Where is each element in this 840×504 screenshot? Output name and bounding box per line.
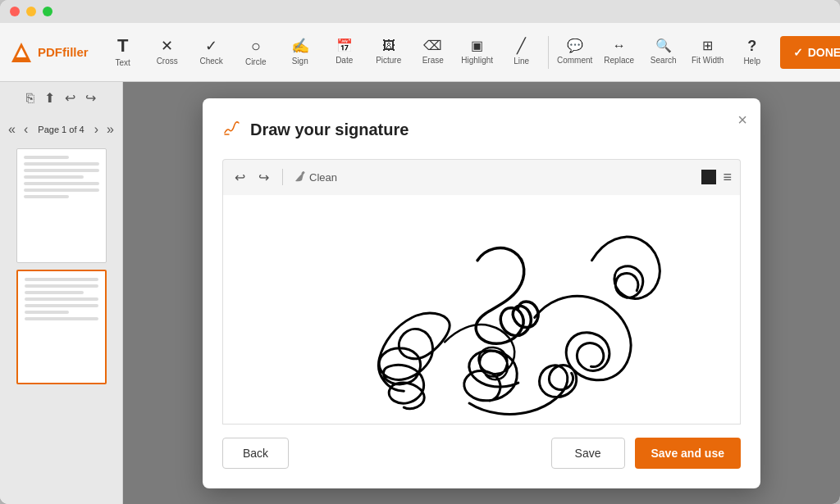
modal-overlay: Draw your signature × ↩ ↪ xyxy=(123,82,840,504)
tool-fit-width[interactable]: ⊞ Fit Width xyxy=(687,30,729,75)
modal-header: Draw your signature xyxy=(222,118,741,143)
close-window-btn[interactable] xyxy=(10,7,20,16)
text-label: Text xyxy=(116,58,130,67)
page-indicator: Page 1 of 4 xyxy=(34,125,88,134)
redo-btn[interactable]: ↪ xyxy=(84,89,98,107)
text-icon: T xyxy=(117,37,128,55)
copy-icon-btn[interactable]: ⎘ xyxy=(25,89,36,107)
search-icon: 🔍 xyxy=(655,39,672,52)
fit-width-icon: ⊞ xyxy=(702,39,713,52)
minimize-window-btn[interactable] xyxy=(26,7,36,16)
signature-toolbar: ↩ ↪ Clean xyxy=(222,159,741,195)
tool-replace[interactable]: ↔ Replace xyxy=(598,30,641,75)
logo-icon xyxy=(10,41,33,64)
page-thumb-2[interactable] xyxy=(16,270,107,384)
check-label: Check xyxy=(200,57,223,66)
line-label: Line xyxy=(514,57,529,66)
signature-drawing xyxy=(223,195,740,424)
save-and-use-button[interactable]: Save and use xyxy=(635,438,742,469)
thumb-line xyxy=(24,188,99,192)
date-icon: 📅 xyxy=(336,39,353,52)
prev-page-btn[interactable]: ‹ xyxy=(22,120,30,138)
app-window: PDFfiller T Text ✕ Cross ✓ Check ○ xyxy=(0,0,840,504)
date-label: Date xyxy=(336,56,353,65)
back-button[interactable]: Back xyxy=(222,438,289,469)
line-icon: ╱ xyxy=(517,39,526,53)
app-content: PDFfiller T Text ✕ Cross ✓ Check ○ xyxy=(0,23,840,504)
thumb-line xyxy=(25,317,98,320)
signature-canvas[interactable] xyxy=(222,195,741,425)
toolbar-right: ✓ DONE ▾ xyxy=(780,36,840,69)
logo: PDFfiller xyxy=(10,41,89,64)
prev-page-fast-btn[interactable]: « xyxy=(7,120,17,138)
sig-toolbar-divider xyxy=(282,169,283,185)
highlight-icon: ▣ xyxy=(471,39,483,52)
tool-text[interactable]: T Text xyxy=(102,30,144,75)
next-page-fast-btn[interactable]: » xyxy=(105,120,116,138)
thumb-line xyxy=(24,169,99,172)
undo-btn[interactable]: ↩ xyxy=(63,89,77,107)
tool-sign[interactable]: ✍ Sign xyxy=(279,30,322,75)
modal-footer: Back Save Save and use xyxy=(222,438,741,469)
toolbar-divider xyxy=(548,36,549,69)
logo-text: PDFfiller xyxy=(38,45,89,59)
comment-icon: 💬 xyxy=(567,39,583,52)
thumb-line xyxy=(24,175,84,179)
signature-icon xyxy=(222,118,242,143)
cross-label: Cross xyxy=(157,57,178,66)
tool-highlight[interactable]: ▣ Highlight xyxy=(456,30,499,75)
tool-cross[interactable]: ✕ Cross xyxy=(146,30,189,75)
thumb-line xyxy=(24,195,69,198)
tool-erase[interactable]: ⌫ Erase xyxy=(412,30,454,75)
thumb-line xyxy=(25,304,98,307)
sidebar-top-icons: ⎘ ⬆ ↩ ↪ xyxy=(25,89,98,107)
thumb-line xyxy=(25,278,98,281)
thumb-line xyxy=(25,297,98,301)
tool-help[interactable]: ? Help xyxy=(731,30,774,75)
main-toolbar: PDFfiller T Text ✕ Cross ✓ Check ○ xyxy=(0,23,840,82)
sidebar-controls: « ‹ Page 1 of 4 › » xyxy=(7,117,116,142)
tool-date[interactable]: 📅 Date xyxy=(323,30,366,75)
tool-picture[interactable]: 🖼 Picture xyxy=(368,30,410,75)
sig-undo-btn[interactable]: ↩ xyxy=(231,166,249,188)
thumb-line xyxy=(24,162,99,166)
sign-label: Sign xyxy=(292,57,308,66)
title-bar xyxy=(0,0,840,23)
main-area: ⎘ ⬆ ↩ ↪ « ‹ Page 1 of 4 › » xyxy=(0,82,840,504)
help-label: Help xyxy=(743,57,760,66)
tool-circle[interactable]: ○ Circle xyxy=(235,30,277,75)
replace-label: Replace xyxy=(604,56,634,65)
upload-icon-btn[interactable]: ⬆ xyxy=(43,89,57,107)
done-label: DONE xyxy=(808,46,840,59)
sig-clean-button[interactable]: Clean xyxy=(293,170,337,184)
erase-icon: ⌫ xyxy=(423,39,442,52)
check-icon: ✓ xyxy=(205,39,217,53)
color-swatch[interactable] xyxy=(701,170,716,184)
erase-label: Erase xyxy=(422,56,444,65)
sig-redo-btn[interactable]: ↪ xyxy=(255,166,272,188)
search-label: Search xyxy=(651,56,677,65)
thumb-line xyxy=(25,311,69,314)
tool-search[interactable]: 🔍 Search xyxy=(642,30,685,75)
brush-icon xyxy=(293,170,306,184)
sign-icon: ✍ xyxy=(291,39,309,53)
tool-comment[interactable]: 💬 Comment xyxy=(554,30,596,75)
done-button[interactable]: ✓ DONE ▾ xyxy=(780,36,840,69)
signature-modal: Draw your signature × ↩ ↪ xyxy=(203,98,760,488)
modal-close-button[interactable]: × xyxy=(737,111,747,128)
save-button[interactable]: Save xyxy=(551,438,625,469)
next-page-btn[interactable]: › xyxy=(93,120,100,138)
sig-toolbar-right: ≡ xyxy=(701,169,732,186)
maximize-window-btn[interactable] xyxy=(43,7,52,16)
thumb-line xyxy=(24,156,69,159)
tool-check[interactable]: ✓ Check xyxy=(190,30,233,75)
fit-width-label: Fit Width xyxy=(692,56,724,65)
replace-icon: ↔ xyxy=(613,39,626,52)
tool-line[interactable]: ╱ Line xyxy=(500,30,543,75)
thumb-line xyxy=(25,284,98,288)
thumb-line xyxy=(25,291,84,294)
sidebar: ⎘ ⬆ ↩ ↪ « ‹ Page 1 of 4 › » xyxy=(0,82,123,504)
picture-icon: 🖼 xyxy=(382,39,395,52)
menu-icon-btn[interactable]: ≡ xyxy=(723,169,732,186)
page-thumb-1[interactable] xyxy=(16,148,107,263)
